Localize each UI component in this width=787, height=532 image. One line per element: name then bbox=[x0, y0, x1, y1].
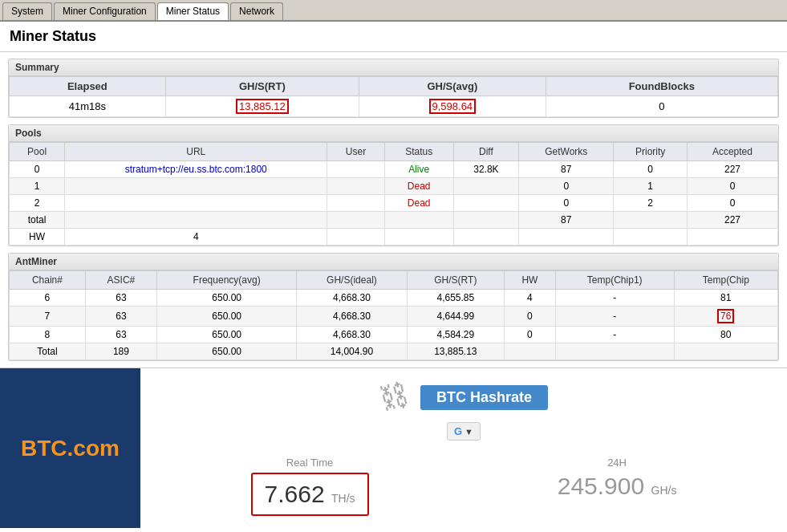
pools-table: Pool URL User Status Diff GetWorks Prior… bbox=[9, 142, 778, 246]
ant-row1-temp2: 81 bbox=[674, 290, 777, 307]
table-row: 0 stratum+tcp://eu.ss.btc.com:1800 Alive… bbox=[10, 161, 778, 178]
pools-section: Pools Pool URL User Status Diff GetWorks… bbox=[8, 124, 779, 246]
h24-value: 245.900 bbox=[558, 473, 644, 499]
ant-row3-ideal: 4,668.30 bbox=[297, 327, 407, 343]
pool-hw-accepted bbox=[687, 229, 777, 246]
pools-header-pool: Pool bbox=[10, 143, 65, 161]
google-translate-label: ▼ bbox=[464, 427, 473, 437]
ant-row3-asic: 63 bbox=[85, 327, 156, 343]
tab-system[interactable]: System bbox=[2, 2, 52, 20]
ant-total-freq: 650.00 bbox=[157, 343, 297, 360]
pool-2-url bbox=[65, 195, 327, 212]
pool-0-user bbox=[327, 161, 384, 178]
antminer-title: AntMiner bbox=[9, 254, 778, 270]
pool-hw-id: HW bbox=[10, 229, 65, 246]
hashrate-stats: Real Time 7.662 TH/s 24H 245.900 GH/s bbox=[156, 457, 771, 516]
table-row: Total 189 650.00 14,004.90 13,885.13 bbox=[10, 343, 778, 360]
ant-total-hw bbox=[505, 343, 556, 360]
realtime-value-box: 7.662 TH/s bbox=[251, 473, 369, 516]
pool-0-getworks: 87 bbox=[519, 161, 614, 178]
antminer-table: Chain# ASIC# Frequency(avg) GH/S(ideal) … bbox=[9, 270, 778, 360]
ant-total-asic: 189 bbox=[85, 343, 156, 360]
pool-total-user bbox=[327, 212, 384, 229]
google-translate-button[interactable]: G ▼ bbox=[447, 422, 481, 441]
ant-row1-hw: 4 bbox=[505, 290, 556, 307]
btc-hashrate-badge: BTC Hashrate bbox=[420, 385, 548, 410]
google-btn-wrapper: G ▼ bbox=[447, 422, 481, 441]
summary-header-ghsrt: GH/S(RT) bbox=[165, 77, 359, 96]
pool-1-url bbox=[65, 178, 327, 195]
summary-table: Elapsed GH/S(RT) GH/S(avg) FoundBlocks 4… bbox=[9, 76, 778, 117]
btc-bottom-area: BTC.com ⛓ BTC Hashrate G ▼ Real Time 7.6… bbox=[0, 368, 787, 528]
pool-1-user bbox=[327, 178, 384, 195]
summary-foundblocks: 0 bbox=[546, 96, 777, 117]
ant-header-hw: HW bbox=[505, 271, 556, 290]
btc-header-row: ⛓ BTC Hashrate bbox=[379, 380, 548, 414]
table-row: 2 Dead 0 2 0 bbox=[10, 195, 778, 212]
summary-elapsed: 41m18s bbox=[10, 96, 166, 117]
ant-total-chain: Total bbox=[10, 343, 86, 360]
pool-hw-getworks bbox=[519, 229, 614, 246]
pools-title: Pools bbox=[9, 125, 778, 142]
ant-row3-temp1: - bbox=[555, 327, 674, 343]
ant-row2-hw: 0 bbox=[505, 307, 556, 327]
ant-row1-ideal: 4,668.30 bbox=[297, 290, 407, 307]
pool-2-diff bbox=[453, 195, 519, 212]
pool-1-accepted: 0 bbox=[687, 178, 777, 195]
h24-stat: 24H 245.900 GH/s bbox=[558, 457, 677, 516]
pool-total-status bbox=[384, 212, 453, 229]
pool-hw-user bbox=[327, 229, 384, 246]
table-row: HW 4 bbox=[10, 229, 778, 246]
tab-network[interactable]: Network bbox=[230, 2, 283, 20]
pools-header-diff: Diff bbox=[453, 143, 519, 161]
pool-0-id: 0 bbox=[10, 161, 65, 178]
chain-icon: ⛓ bbox=[375, 377, 412, 417]
pool-1-priority: 1 bbox=[614, 178, 688, 195]
ant-row2-freq: 650.00 bbox=[157, 307, 297, 327]
pool-0-diff: 32.8K bbox=[453, 161, 519, 178]
pool-2-accepted: 0 bbox=[687, 195, 777, 212]
summary-header-elapsed: Elapsed bbox=[10, 77, 166, 96]
antminer-section: AntMiner Chain# ASIC# Frequency(avg) GH/… bbox=[8, 253, 779, 361]
ant-header-rt: GH/S(RT) bbox=[407, 271, 504, 290]
pool-0-accepted: 227 bbox=[687, 161, 777, 178]
pool-2-status: Dead bbox=[384, 195, 453, 212]
ant-row2-asic: 63 bbox=[85, 307, 156, 327]
ant-total-ideal: 14,004.90 bbox=[297, 343, 407, 360]
pools-header-status: Status bbox=[384, 143, 453, 161]
pool-0-priority: 0 bbox=[614, 161, 688, 178]
summary-header-foundblocks: FoundBlocks bbox=[546, 77, 777, 96]
tab-miner-config[interactable]: Miner Configuration bbox=[54, 2, 156, 20]
ant-row3-temp2: 80 bbox=[674, 327, 777, 343]
pool-hw-status bbox=[384, 229, 453, 246]
realtime-value: 7.662 bbox=[265, 481, 325, 507]
realtime-stat: Real Time 7.662 TH/s bbox=[251, 457, 369, 516]
pool-1-status: Dead bbox=[384, 178, 453, 195]
pool-total-getworks: 87 bbox=[519, 212, 614, 229]
h24-value-wrapper: 245.900 GH/s bbox=[558, 473, 677, 500]
pool-total-id: total bbox=[10, 212, 65, 229]
table-row: 1 Dead 0 1 0 bbox=[10, 178, 778, 195]
realtime-label: Real Time bbox=[251, 457, 369, 469]
ant-header-chain: Chain# bbox=[10, 271, 86, 290]
ant-row3-freq: 650.00 bbox=[157, 327, 297, 343]
h24-unit: GH/s bbox=[651, 484, 677, 497]
ant-header-freq: Frequency(avg) bbox=[157, 271, 297, 290]
ant-header-asic: ASIC# bbox=[85, 271, 156, 290]
pools-header-user: User bbox=[327, 143, 384, 161]
ant-row3-chain: 8 bbox=[10, 327, 86, 343]
pool-total-accepted: 227 bbox=[687, 212, 777, 229]
btc-logo-text: BTC.com bbox=[21, 436, 120, 461]
table-row: 7 63 650.00 4,668.30 4,644.99 0 - 76 bbox=[10, 307, 778, 327]
ant-row3-hw: 0 bbox=[505, 327, 556, 343]
ant-row1-rt: 4,655.85 bbox=[407, 290, 504, 307]
summary-section: Summary Elapsed GH/S(RT) GH/S(avg) Found… bbox=[8, 59, 779, 118]
ant-row1-freq: 650.00 bbox=[157, 290, 297, 307]
btc-logo: BTC.com bbox=[21, 436, 120, 461]
ant-total-rt: 13,885.13 bbox=[407, 343, 504, 360]
ant-header-temp1: Temp(Chip1) bbox=[555, 271, 674, 290]
pool-2-user bbox=[327, 195, 384, 212]
table-row: total 87 227 bbox=[10, 212, 778, 229]
pool-total-url bbox=[65, 212, 327, 229]
tab-miner-status[interactable]: Miner Status bbox=[157, 2, 229, 20]
